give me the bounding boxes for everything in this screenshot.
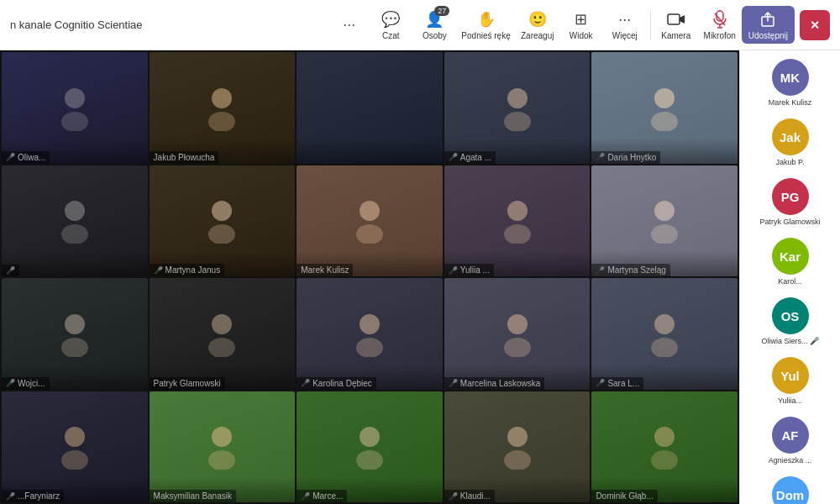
more-label: Więcej <box>612 31 638 40</box>
avatar-jak: Jak <box>772 118 809 155</box>
video-cell-marcelina[interactable]: 🎤Marcelina Laskowska <box>444 278 591 390</box>
osoby-button[interactable]: 👤 27 Osoby <box>412 6 456 44</box>
view-label: Widok <box>570 31 593 40</box>
czat-button[interactable]: 💬 Czat <box>369 6 412 44</box>
camera-icon <box>666 9 686 29</box>
sidebar-item-jak[interactable]: Jak Jakub P. <box>743 115 837 170</box>
sidebar-name-pg: Patryk Glamowski <box>759 218 820 226</box>
mic-button[interactable]: Mikrofon <box>698 6 742 44</box>
sidebar-mic-os: 🎤 <box>810 337 819 345</box>
video-cell-sara[interactable]: 🎤Sara L... <box>591 278 738 390</box>
avatar-dom: Dom <box>772 476 809 504</box>
sidebar-item-mk[interactable]: MK Marek Kulisz <box>743 55 837 110</box>
more-icon: ··· <box>615 9 635 29</box>
share-label: Udostępnij <box>748 31 788 40</box>
label-karolina: 🎤Karolina Dębiec <box>297 377 376 390</box>
people-icon: 👤 27 <box>424 9 444 29</box>
svg-point-21 <box>507 201 528 221</box>
people-badge: 27 <box>434 6 449 16</box>
svg-rect-0 <box>668 14 680 24</box>
video-cell-martyna-s[interactable]: 🎤Martyna Szeląg <box>591 165 738 277</box>
video-cell-daria[interactable]: 🎤Daria Hnytko <box>591 52 738 164</box>
svg-point-16 <box>61 224 88 244</box>
svg-point-36 <box>61 450 88 470</box>
video-cell-marek[interactable]: Marek Kulisz <box>297 165 443 277</box>
share-button[interactable]: Udostępnij <box>742 6 795 44</box>
sidebar-name-af: Agnieszka ... <box>769 456 812 465</box>
video-cell-martyna-j[interactable]: 🎤Martyna Janus <box>150 165 296 277</box>
label-agata: 🎤Agata ... <box>444 151 496 164</box>
svg-point-17 <box>212 201 232 221</box>
svg-point-26 <box>61 338 88 357</box>
svg-point-10 <box>208 112 235 131</box>
sidebar-item-os[interactable]: OS Oliwia Siers... 🎤 <box>743 294 837 349</box>
sidebar-item-kar[interactable]: Kar Karol... <box>743 234 837 289</box>
label-maks: Maksymilian Banasik <box>150 490 236 502</box>
svg-point-15 <box>65 201 85 221</box>
svg-point-24 <box>651 224 678 244</box>
video-cell-p1[interactable]: 🎤 <box>2 165 148 277</box>
svg-point-35 <box>65 427 85 447</box>
sidebar-name-kar: Karol... <box>778 277 802 286</box>
sidebar-item-dom[interactable]: Dom Dom... <box>743 473 837 504</box>
video-cell-marce[interactable]: 🎤Marce... <box>297 391 443 503</box>
svg-point-19 <box>360 201 380 221</box>
label-martyna-s: 🎤Martyna Szeląg <box>591 264 669 276</box>
svg-point-29 <box>360 314 380 334</box>
raise-hand-icon: ✋ <box>476 9 496 29</box>
video-cell-jakub[interactable]: Jakub Płowucha <box>150 52 296 164</box>
sidebar-item-yul[interactable]: Yul Yuliia... <box>743 354 837 408</box>
label-jakub: Jakub Płowucha <box>150 151 219 164</box>
topbar-title: n kanale Cognitio Scientiae <box>10 18 143 31</box>
svg-point-14 <box>651 112 678 131</box>
avatar-mk: MK <box>772 59 809 96</box>
svg-point-38 <box>208 450 235 470</box>
end-call-icon: ✕ <box>810 18 820 32</box>
sidebar-item-pg[interactable]: PG Patryk Glamowski <box>743 175 837 229</box>
svg-point-18 <box>208 224 235 244</box>
video-cell-dominik[interactable]: Dominik Głąb... <box>591 391 738 503</box>
osoby-label: Osoby <box>423 31 447 40</box>
svg-point-37 <box>212 427 232 447</box>
svg-point-40 <box>356 450 383 470</box>
sidebar-name-jak: Jakub P. <box>776 158 805 166</box>
video-cell-maks[interactable]: Maksymilian Banasik <box>150 391 296 503</box>
label-marce: 🎤Marce... <box>297 490 347 502</box>
topbar: n kanale Cognitio Scientiae ··· 💬 Czat 👤… <box>0 0 840 50</box>
video-cell-karolina[interactable]: 🎤Karolina Dębiec <box>297 278 443 390</box>
react-button[interactable]: 🙂 Zareaguj <box>516 6 559 44</box>
label-p1: 🎤 <box>2 265 19 276</box>
react-icon: 🙂 <box>528 9 548 29</box>
video-cell-patryk[interactable]: Patryk Glamowski <box>150 278 296 390</box>
end-call-button[interactable]: ✕ <box>800 10 830 40</box>
more-options-icon[interactable]: ··· <box>336 16 362 34</box>
sidebar-item-af[interactable]: AF Agnieszka ... <box>743 413 837 468</box>
share-icon <box>758 9 778 29</box>
video-cell-empty1[interactable] <box>297 52 443 164</box>
video-cell-faryniarz[interactable]: 🎤...Faryniarz <box>2 391 148 503</box>
svg-point-41 <box>507 427 528 447</box>
video-cell-wojci[interactable]: 🎤Wojci... <box>2 278 148 390</box>
raise-hand-button[interactable]: ✋ Podnieś rękę <box>456 6 515 44</box>
label-oliwa: 🎤Oliwa... <box>2 151 50 164</box>
svg-point-32 <box>504 338 531 357</box>
more-button[interactable]: ··· Więcej <box>603 6 647 44</box>
svg-point-39 <box>360 427 380 447</box>
chat-icon: 💬 <box>381 9 401 29</box>
svg-point-8 <box>61 112 88 131</box>
svg-point-34 <box>651 338 678 357</box>
label-patryk: Patryk Glamowski <box>150 377 225 390</box>
label-marcelina: 🎤Marcelina Laskowska <box>444 377 545 390</box>
camera-button[interactable]: Kamera <box>654 6 698 44</box>
label-sara: 🎤Sara L... <box>591 377 643 390</box>
raise-hand-label: Podnieś rękę <box>461 31 510 40</box>
view-button[interactable]: ⊞ Widok <box>559 6 603 44</box>
video-cell-yuliia[interactable]: 🎤Yuliia ... <box>444 165 591 277</box>
label-martyna-j: 🎤Martyna Janus <box>150 264 225 276</box>
svg-point-44 <box>651 450 678 470</box>
label-faryniarz: 🎤...Faryniarz <box>2 490 64 502</box>
label-marek: Marek Kulisz <box>297 264 353 276</box>
video-cell-agata[interactable]: 🎤Agata ... <box>444 52 591 164</box>
video-cell-klaudi[interactable]: 🎤Klaudi... <box>444 391 591 503</box>
video-cell-oliwa[interactable]: 🎤Oliwa... <box>2 52 148 164</box>
